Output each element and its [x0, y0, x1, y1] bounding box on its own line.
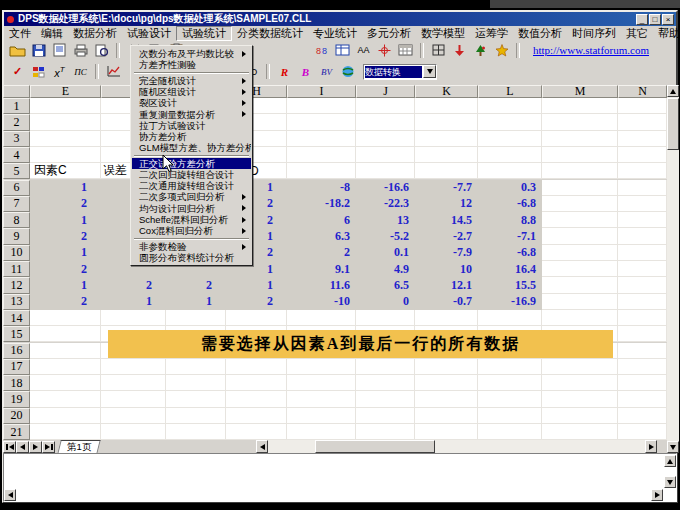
cell-E3[interactable] [30, 131, 101, 147]
cell-L2[interactable] [478, 114, 542, 130]
pi-c-icon[interactable]: ΠC [71, 63, 90, 80]
cell-N20[interactable] [618, 408, 667, 424]
cell-F13[interactable]: 1 [101, 294, 166, 310]
column-header-E[interactable]: E [30, 85, 101, 98]
cell-F20[interactable] [101, 408, 166, 424]
cell-K1[interactable] [415, 98, 478, 114]
cell-I5[interactable] [287, 163, 356, 179]
cell-K20[interactable] [415, 408, 478, 424]
cell-K9[interactable]: -2.7 [415, 228, 478, 244]
menu-item-Cox混料回归分析[interactable]: Cox混料回归分析 [132, 225, 251, 236]
cell-H19[interactable] [226, 391, 287, 407]
cell-L17[interactable] [478, 359, 542, 375]
scroll-down-icon[interactable] [667, 441, 679, 453]
cell-L6[interactable]: 0.3 [478, 180, 542, 196]
save-icon[interactable] [29, 42, 48, 59]
digits-data-icon[interactable]: 88 [312, 42, 331, 59]
cell-N17[interactable] [618, 359, 667, 375]
cell-I17[interactable] [287, 359, 356, 375]
cell-E14[interactable] [30, 310, 101, 326]
menu-item-正交试验方差分析[interactable]: 正交试验方差分析 [132, 158, 251, 169]
row-header-8[interactable]: 8 [3, 212, 30, 228]
restore-button[interactable]: □ [649, 14, 661, 25]
cell-J10[interactable]: 0.1 [356, 245, 415, 261]
hscroll-thumb[interactable] [315, 440, 435, 453]
cell-L1[interactable] [478, 98, 542, 114]
menu-item-均匀设计回归分析[interactable]: 均匀设计回归分析 [132, 203, 251, 214]
cell-M3[interactable] [542, 131, 618, 147]
menubar-item-专业统计[interactable]: 专业统计 [308, 27, 362, 40]
cell-H17[interactable] [226, 359, 287, 375]
cell-L18[interactable] [478, 375, 542, 391]
menu-item-二次通用旋转组合设计[interactable]: 二次通用旋转组合设计 [132, 180, 251, 191]
output-panel[interactable] [3, 453, 677, 502]
cell-F17[interactable] [101, 359, 166, 375]
menu-item-完全随机设计[interactable]: 完全随机设计 [132, 75, 251, 86]
cell-F21[interactable] [101, 424, 166, 440]
cell-E6[interactable]: 1 [30, 180, 101, 196]
cell-E1[interactable] [30, 98, 101, 114]
cell-I3[interactable] [287, 131, 356, 147]
cell-M14[interactable] [542, 310, 618, 326]
print-icon[interactable] [71, 42, 90, 59]
row-header-10[interactable]: 10 [3, 245, 30, 261]
cell-I6[interactable]: -8 [287, 180, 356, 196]
output-scroll-left-icon[interactable] [4, 489, 16, 501]
statforum-link[interactable]: http://www.statforum.com [533, 44, 649, 56]
cell-I7[interactable]: -18.2 [287, 196, 356, 212]
cell-L3[interactable] [478, 131, 542, 147]
cell-M4[interactable] [542, 147, 618, 163]
output-scroll-up-icon[interactable] [664, 455, 676, 467]
menubar-item-运筹学[interactable]: 运筹学 [470, 27, 513, 40]
cell-J20[interactable] [356, 408, 415, 424]
export-sheet-icon[interactable] [50, 42, 69, 59]
bv-icon[interactable]: BV [317, 63, 336, 80]
row-header-6[interactable]: 6 [3, 180, 30, 196]
cell-F19[interactable] [101, 391, 166, 407]
cell-I9[interactable]: 6.3 [287, 228, 356, 244]
cell-L12[interactable]: 15.5 [478, 277, 542, 293]
cell-I8[interactable]: 6 [287, 212, 356, 228]
cell-G14[interactable] [166, 310, 226, 326]
menubar-item-时间序列[interactable]: 时间序列 [567, 27, 621, 40]
cell-N18[interactable] [618, 375, 667, 391]
font-size-icon[interactable]: AA [354, 42, 373, 59]
row-header-16[interactable]: 16 [3, 343, 30, 359]
row-header-21[interactable]: 21 [3, 424, 30, 440]
menubar-item-试验设计[interactable]: 试验设计 [122, 27, 176, 40]
first-sheet-icon[interactable] [3, 441, 16, 453]
scroll-up-icon[interactable] [667, 85, 679, 97]
menu-item-非参数检验[interactable]: 非参数检验 [132, 241, 251, 252]
row-header-3[interactable]: 3 [3, 131, 30, 147]
cell-I13[interactable]: -10 [287, 294, 356, 310]
cell-N16[interactable] [618, 343, 667, 359]
cell-I2[interactable] [287, 114, 356, 130]
cell-J5[interactable] [356, 163, 415, 179]
cell-E10[interactable]: 1 [30, 245, 101, 261]
cell-E15[interactable] [30, 326, 101, 342]
cell-H13[interactable]: 2 [226, 294, 287, 310]
cell-J13[interactable]: 0 [356, 294, 415, 310]
combobox-dropdown-icon[interactable] [423, 65, 436, 78]
cell-L8[interactable]: 8.8 [478, 212, 542, 228]
cell-M8[interactable] [542, 212, 618, 228]
cell-E12[interactable]: 1 [30, 277, 101, 293]
minimize-button[interactable]: _ [636, 14, 648, 25]
cell-E5[interactable]: 因素C [30, 163, 101, 179]
calc-sheet-icon[interactable] [396, 42, 415, 59]
column-header-N[interactable]: N [618, 85, 667, 98]
b-letter-icon[interactable]: B [296, 63, 315, 80]
matrix-transpose-icon[interactable]: xT [50, 63, 69, 80]
cell-H14[interactable] [226, 310, 287, 326]
cell-L4[interactable] [478, 147, 542, 163]
cell-E2[interactable] [30, 114, 101, 130]
cell-L21[interactable] [478, 424, 542, 440]
menu-item-裂区设计[interactable]: 裂区设计 [132, 97, 251, 108]
menu-item-次数分布及平均数比较[interactable]: 次数分布及平均数比较 [132, 48, 251, 59]
menubar-item-文件[interactable]: 文件 [4, 27, 36, 40]
row-header-4[interactable]: 4 [3, 147, 30, 163]
cell-F14[interactable] [101, 310, 166, 326]
hscroll-right-icon[interactable] [645, 440, 657, 453]
cell-I1[interactable] [287, 98, 356, 114]
cell-K4[interactable] [415, 147, 478, 163]
